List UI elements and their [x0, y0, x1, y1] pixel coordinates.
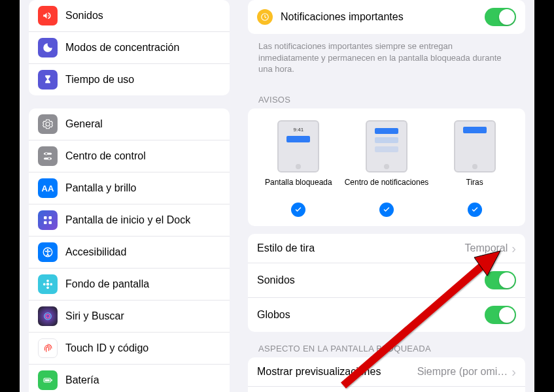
banners-preview	[454, 120, 496, 172]
svg-point-10	[46, 283, 50, 286]
important-title: Notificaciones importantes	[281, 11, 485, 23]
sidebar-item-focus[interactable]: Modos de concentración	[29, 32, 230, 64]
sound-icon	[38, 6, 58, 25]
svg-rect-6	[44, 221, 47, 225]
sidebar-item-battery[interactable]: Batería	[29, 365, 230, 392]
sidebar-item-screentime[interactable]: Tiempo de uso	[29, 64, 230, 95]
badges-row: Globos	[248, 298, 525, 332]
svg-point-13	[43, 283, 46, 286]
moon-icon	[38, 38, 58, 57]
banner-style-row[interactable]: Estilo de tira Temporal ›	[248, 234, 525, 263]
sidebar-item-display[interactable]: AA Pantalla y brillo	[29, 172, 230, 204]
sounds-row: Sonidos	[248, 263, 525, 298]
flower-icon	[38, 274, 58, 294]
siri-icon	[38, 306, 58, 326]
svg-point-9	[47, 249, 49, 251]
banners-option[interactable]: Tiras	[430, 120, 519, 217]
svg-point-2	[45, 152, 48, 155]
sidebar-label: Fondo de pantalla	[65, 278, 220, 290]
battery-icon	[38, 370, 58, 390]
sidebar-group-2: General Centro de control AA Pantalla y …	[29, 108, 230, 392]
group-notifications-row[interactable]: Agrupar notificaciones Automático ›	[248, 387, 525, 392]
clock-icon	[257, 9, 273, 25]
settings-sidebar: Sonidos Modos de concentración Tiempo de…	[20, 0, 239, 392]
svg-point-16	[46, 314, 50, 318]
alerts-card: 9:41 Pantalla bloqueada Centro de notifi…	[248, 108, 525, 226]
sidebar-label: Modos de concentración	[65, 42, 220, 54]
show-previews-row[interactable]: Mostrar previsualizaciones Siempre (por …	[248, 357, 525, 387]
svg-rect-4	[44, 216, 47, 220]
sidebar-label: Touch ID y código	[65, 342, 220, 354]
sidebar-label: Siri y Buscar	[65, 310, 220, 322]
sidebar-item-touchid[interactable]: Touch ID y código	[29, 333, 230, 365]
svg-rect-5	[49, 216, 52, 220]
lock-screen-check[interactable]	[291, 203, 305, 217]
lock-screen-preview: 9:41	[277, 120, 319, 172]
sidebar-label: Pantalla de inicio y el Dock	[65, 214, 220, 226]
chevron-right-icon: ›	[511, 242, 516, 255]
lock-screen-option[interactable]: 9:41 Pantalla bloqueada	[254, 120, 343, 217]
text-size-icon: AA	[38, 178, 58, 198]
notification-center-option[interactable]: Centro de notificaciones	[343, 120, 431, 217]
sidebar-item-accessibility[interactable]: Accesibilidad	[29, 237, 230, 269]
svg-rect-19	[51, 380, 52, 382]
sidebar-group-1: Sonidos Modos de concentración Tiempo de…	[29, 0, 230, 95]
alerts-header: AVISOS	[248, 86, 525, 108]
notification-center-preview	[366, 120, 407, 172]
sliders-icon	[38, 146, 58, 166]
notification-settings-panel: Notificaciones importantes Las notificac…	[239, 0, 534, 392]
important-notifications-toggle[interactable]	[485, 8, 516, 26]
sidebar-item-general[interactable]: General	[29, 108, 230, 140]
sidebar-label: Tiempo de uso	[65, 74, 220, 86]
important-notifications-card: Notificaciones importantes	[248, 0, 525, 34]
svg-rect-7	[49, 221, 52, 225]
sidebar-item-sounds[interactable]: Sonidos	[29, 0, 230, 32]
sidebar-item-wallpaper[interactable]: Fondo de pantalla	[29, 269, 230, 301]
grid-icon	[38, 210, 58, 230]
lock-appearance-card: Mostrar previsualizaciones Siempre (por …	[248, 357, 525, 392]
sidebar-label: Pantalla y brillo	[65, 182, 220, 194]
important-note: Las notificaciones importantes siempre s…	[248, 37, 525, 86]
gear-icon	[38, 114, 58, 134]
lock-appearance-header: ASPECTO EN LA PANTALLA BLOQUEADA	[248, 335, 525, 357]
fingerprint-icon	[38, 338, 58, 358]
sidebar-label: Batería	[65, 374, 220, 386]
chevron-right-icon: ›	[511, 365, 516, 378]
hourglass-icon	[38, 70, 58, 90]
badges-toggle[interactable]	[485, 306, 516, 324]
important-notifications-row: Notificaciones importantes	[248, 0, 525, 34]
alert-settings-card: Estilo de tira Temporal › Sonidos Globos	[248, 234, 525, 332]
sidebar-item-home-screen[interactable]: Pantalla de inicio y el Dock	[29, 204, 230, 237]
svg-rect-18	[45, 380, 50, 382]
sidebar-label: General	[65, 118, 220, 130]
svg-point-14	[50, 283, 52, 286]
sidebar-label: Sonidos	[65, 10, 220, 22]
svg-point-15	[44, 313, 52, 320]
sidebar-item-control-center[interactable]: Centro de control	[29, 140, 230, 172]
sidebar-label: Centro de control	[65, 150, 220, 162]
sounds-toggle[interactable]	[485, 271, 516, 289]
svg-point-3	[48, 157, 50, 160]
notification-center-check[interactable]	[379, 203, 394, 217]
svg-point-11	[46, 280, 49, 282]
sidebar-item-siri[interactable]: Siri y Buscar	[29, 301, 230, 333]
svg-point-12	[46, 286, 49, 289]
sidebar-label: Accesibilidad	[65, 246, 220, 258]
banners-check[interactable]	[468, 203, 482, 217]
accessibility-icon	[38, 242, 58, 262]
